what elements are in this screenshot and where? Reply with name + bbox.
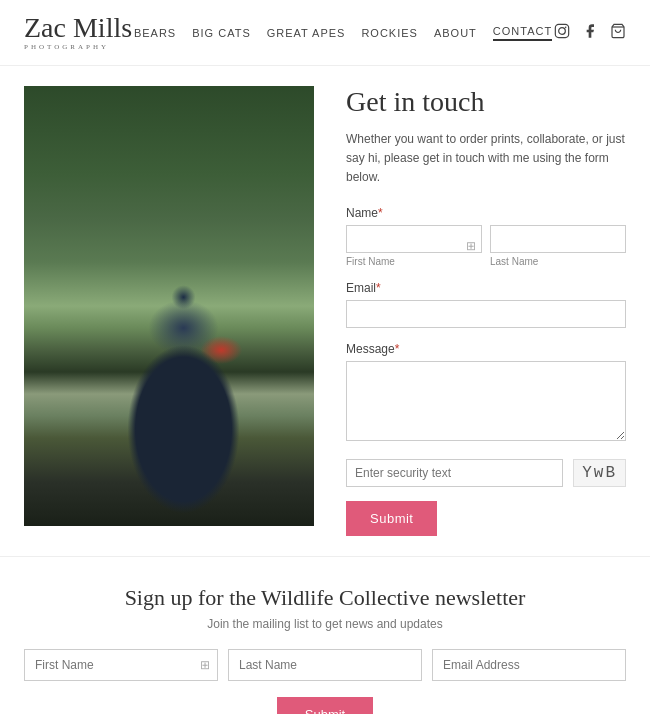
nl-email-wrap: [432, 649, 626, 681]
first-name-sublabel: First Name: [346, 256, 482, 267]
newsletter-title: Sign up for the Wildlife Collective news…: [24, 585, 626, 611]
message-label: Message*: [346, 342, 626, 356]
contact-form-area: Get in touch Whether you want to order p…: [346, 86, 626, 536]
captcha-row: YwB: [346, 459, 626, 487]
last-name-input[interactable]: [490, 225, 626, 253]
logo[interactable]: Zac Mills Photography: [24, 14, 132, 51]
first-name-input[interactable]: [346, 225, 482, 253]
nl-last-name-wrap: [228, 649, 422, 681]
photo-background: [24, 86, 314, 526]
photo-overlay: [24, 86, 314, 526]
main-content: Get in touch Whether you want to order p…: [0, 66, 650, 556]
email-label: Email*: [346, 281, 626, 295]
name-field-group: Name* ⊞ First Name Last Name: [346, 206, 626, 267]
field-icon: ⊞: [466, 238, 476, 253]
instagram-icon[interactable]: [554, 23, 570, 43]
nav-big-cats[interactable]: BIG CATS: [192, 27, 251, 39]
newsletter-description: Join the mailing list to get news and up…: [24, 617, 626, 631]
logo-name: Zac Mills: [24, 14, 132, 42]
captcha-input[interactable]: [346, 459, 563, 487]
cart-icon[interactable]: [610, 23, 626, 43]
nav-contact[interactable]: CONTACT: [493, 25, 552, 41]
newsletter-submit-button[interactable]: Submit: [277, 697, 373, 714]
last-name-wrap: Last Name: [490, 225, 626, 267]
nav-rockies[interactable]: ROCKIES: [361, 27, 418, 39]
svg-rect-0: [555, 24, 568, 37]
email-field-group: Email*: [346, 281, 626, 328]
name-row: ⊞ First Name Last Name: [346, 225, 626, 267]
main-nav: BEARS BIG CATS GREAT APES ROCKIES ABOUT …: [134, 25, 552, 41]
social-icons: [554, 23, 626, 43]
nav-bears[interactable]: BEARS: [134, 27, 176, 39]
newsletter-fields: ⊞: [24, 649, 626, 681]
nav-great-apes[interactable]: GREAT APES: [267, 27, 346, 39]
logo-subtitle: Photography: [24, 43, 109, 51]
site-header: Zac Mills Photography BEARS BIG CATS GRE…: [0, 0, 650, 66]
contact-submit-button[interactable]: Submit: [346, 501, 437, 536]
message-textarea[interactable]: [346, 361, 626, 441]
nl-first-icon: ⊞: [200, 657, 210, 672]
form-description: Whether you want to order prints, collab…: [346, 130, 626, 188]
facebook-icon[interactable]: [582, 23, 598, 43]
svg-point-1: [559, 27, 566, 34]
nl-last-name-input[interactable]: [228, 649, 422, 681]
nl-first-name-input[interactable]: [24, 649, 218, 681]
svg-point-2: [565, 26, 567, 28]
email-input[interactable]: [346, 300, 626, 328]
last-name-sublabel: Last Name: [490, 256, 626, 267]
newsletter-section: Sign up for the Wildlife Collective news…: [0, 556, 650, 714]
captcha-code: YwB: [573, 459, 626, 487]
nl-first-name-wrap: ⊞: [24, 649, 218, 681]
message-field-group: Message*: [346, 342, 626, 445]
nl-email-input[interactable]: [432, 649, 626, 681]
first-name-wrap: ⊞ First Name: [346, 225, 482, 267]
name-label: Name*: [346, 206, 626, 220]
form-title: Get in touch: [346, 86, 626, 118]
nav-about[interactable]: ABOUT: [434, 27, 477, 39]
hero-photo: [24, 86, 314, 526]
